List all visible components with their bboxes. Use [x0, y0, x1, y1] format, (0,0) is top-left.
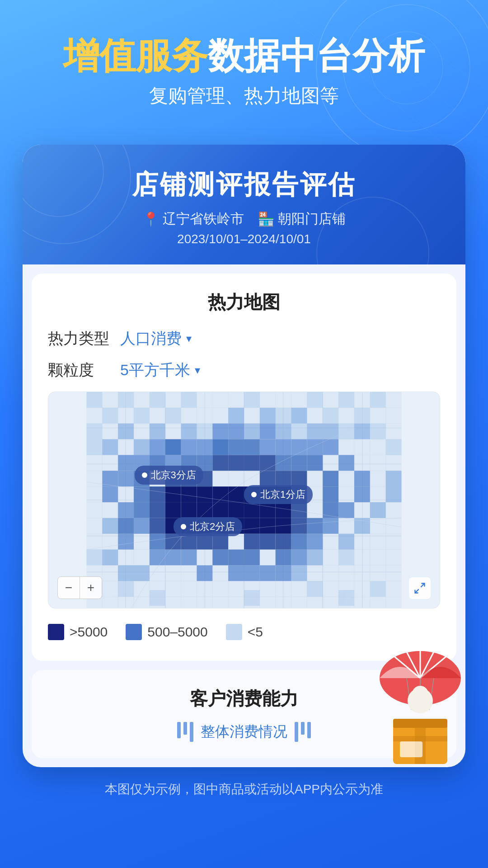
svg-rect-63 [323, 424, 338, 439]
location-icon: 📍 [142, 211, 159, 227]
svg-rect-55 [291, 408, 307, 424]
svg-rect-81 [228, 424, 244, 439]
filter-type-value[interactable]: 人口消费 ▾ [120, 328, 192, 349]
footer: 本图仅为示例，图中商品或活动以APP内公示为准 [0, 767, 488, 811]
svg-rect-92 [118, 502, 134, 518]
svg-rect-124 [228, 550, 244, 566]
card-header: 店铺测评报告评估 📍 辽宁省铁岭市 🏪 朝阳门店铺 2023/10/01–202… [23, 145, 465, 264]
svg-rect-68 [134, 565, 150, 581]
map-label-beijing1: 北京1分店 [244, 485, 313, 504]
legend-box-high [48, 624, 64, 640]
svg-rect-23 [181, 392, 197, 408]
heatmap-map[interactable]: 北京3分店 北京1分店 北京2分店 − + [48, 392, 440, 609]
svg-rect-168 [228, 502, 244, 518]
svg-rect-93 [134, 518, 150, 534]
svg-rect-82 [260, 424, 276, 439]
svg-rect-66 [102, 550, 118, 566]
svg-rect-75 [386, 471, 402, 486]
svg-rect-126 [276, 550, 291, 566]
svg-rect-67 [118, 565, 134, 581]
svg-rect-83 [260, 439, 276, 455]
svg-rect-177 [260, 518, 276, 534]
svg-rect-56 [102, 439, 118, 455]
legend-label-mid: 500–5000 [147, 624, 207, 640]
svg-rect-110 [323, 439, 338, 455]
svg-rect-101 [260, 565, 276, 581]
legend-item-mid: 500–5000 [126, 624, 207, 640]
svg-rect-132 [307, 455, 323, 471]
header-title: 增值服务数据中台分析 [18, 36, 470, 76]
svg-point-221 [412, 686, 428, 702]
svg-rect-25 [307, 392, 323, 408]
heatmap-title: 热力地图 [48, 290, 440, 315]
svg-rect-107 [354, 486, 370, 502]
svg-rect-125 [244, 550, 260, 566]
svg-rect-50 [118, 424, 134, 439]
location-text: 辽宁省铁岭市 [163, 210, 244, 228]
svg-rect-22 [150, 392, 165, 408]
svg-rect-39 [386, 439, 402, 455]
svg-rect-32 [323, 408, 338, 424]
svg-rect-120 [134, 502, 150, 518]
svg-rect-116 [228, 439, 244, 455]
heatmap-legend: >5000 500–5000 <5 [48, 619, 440, 645]
map-label-beijing3: 北京3分店 [135, 466, 203, 485]
svg-rect-52 [181, 424, 197, 439]
type-dropdown-arrow: ▾ [186, 332, 192, 345]
svg-rect-62 [307, 424, 323, 439]
svg-rect-54 [260, 408, 276, 424]
svg-rect-138 [212, 455, 228, 471]
svg-rect-226 [400, 741, 422, 757]
svg-rect-47 [150, 590, 165, 606]
svg-rect-73 [370, 502, 386, 518]
svg-rect-151 [276, 534, 291, 550]
svg-rect-143 [150, 502, 165, 518]
svg-rect-37 [338, 424, 354, 439]
svg-rect-80 [212, 424, 228, 439]
svg-rect-103 [291, 550, 307, 566]
left-bar-dots [177, 722, 193, 742]
svg-rect-38 [370, 424, 386, 439]
svg-rect-112 [165, 439, 181, 455]
svg-rect-96 [165, 550, 181, 566]
svg-rect-48 [244, 590, 260, 606]
svg-rect-34 [86, 424, 102, 439]
svg-rect-51 [150, 424, 165, 439]
svg-rect-171 [276, 502, 291, 518]
svg-rect-109 [338, 455, 354, 471]
delivery-mascot [366, 642, 474, 769]
svg-rect-45 [307, 581, 323, 597]
svg-rect-149 [244, 534, 260, 550]
title-white-part: 数据中台分析 [208, 36, 425, 76]
svg-rect-97 [181, 550, 197, 566]
svg-rect-84 [276, 439, 291, 455]
svg-rect-130 [323, 486, 338, 502]
svg-rect-159 [197, 486, 212, 502]
svg-rect-156 [276, 471, 291, 486]
location-tag: 📍 辽宁省铁岭市 [142, 210, 244, 228]
svg-rect-134 [276, 455, 291, 471]
svg-rect-24 [244, 392, 260, 408]
svg-rect-115 [212, 439, 228, 455]
svg-line-214 [421, 584, 424, 587]
svg-rect-119 [134, 486, 150, 502]
svg-rect-28 [102, 408, 118, 424]
svg-rect-106 [338, 502, 354, 518]
svg-line-215 [415, 589, 419, 593]
svg-rect-155 [291, 471, 307, 486]
heatmap-section: 热力地图 热力类型 人口消费 ▾ 颗粒度 5平方千米 ▾ [32, 274, 456, 661]
zoom-minus-button[interactable]: − [58, 577, 80, 599]
zoom-plus-button[interactable]: + [80, 577, 102, 599]
map-zoom-controls: − + [57, 576, 102, 599]
legend-box-mid [126, 624, 142, 640]
svg-rect-86 [307, 439, 323, 455]
svg-rect-95 [150, 550, 165, 566]
svg-rect-57 [134, 439, 150, 455]
svg-rect-33 [354, 408, 370, 424]
filter-granularity-row: 颗粒度 5平方千米 ▾ [48, 360, 440, 381]
filter-granularity-value[interactable]: 5平方千米 ▾ [120, 360, 200, 381]
svg-rect-94 [118, 534, 134, 550]
svg-rect-102 [276, 565, 291, 581]
map-expand-button[interactable] [409, 577, 431, 599]
svg-rect-64 [354, 424, 370, 439]
